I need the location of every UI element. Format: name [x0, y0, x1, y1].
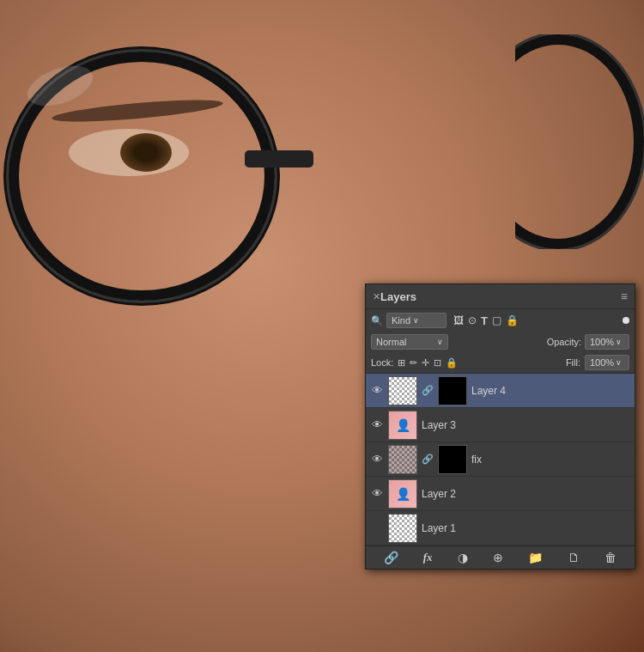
panel-title: Layers [380, 290, 416, 303]
panel-menu-icon[interactable]: ≡ [621, 289, 628, 303]
layer-row[interactable]: 👁 Layer 1 [366, 511, 635, 545]
delete-layer-button[interactable]: 🗑 [605, 551, 617, 564]
layer-chain-icon[interactable]: 🔗 [422, 385, 434, 396]
panel-close-icon[interactable]: ✕ [373, 291, 380, 302]
layers-list: 👁 🔗 Layer 4 👁 👤 Layer 3 👁 🔗 fix 👁 [366, 374, 635, 545]
blend-opacity-row: Normal ∨ Opacity: 100% ∨ [366, 332, 635, 352]
kind-dot [623, 317, 629, 324]
layer-thumbnail [388, 445, 417, 474]
layer-row[interactable]: 👁 👤 Layer 2 [366, 477, 635, 511]
layer-thumbnail [388, 514, 417, 543]
lock-move-icon[interactable]: ✛ [422, 357, 429, 369]
lock-row: Lock: ⊞ ✏ ✛ ⊡ 🔒 Fill: 100% ∨ [366, 352, 635, 374]
smartobj-filter-icon[interactable]: 🔒 [506, 314, 519, 326]
shape-filter-icon[interactable]: ▢ [492, 314, 501, 326]
layer-name: Layer 4 [471, 385, 630, 397]
opacity-input[interactable]: 100% ∨ [585, 334, 629, 350]
adjustment-filter-icon[interactable]: ⊙ [468, 314, 477, 326]
new-layer-button[interactable]: 🗋 [568, 551, 580, 564]
layer-name: Layer 2 [422, 488, 630, 500]
kind-row: 🔍 Kind ∨ 🖼 ⊙ T ▢ 🔒 [366, 309, 635, 332]
new-group-button[interactable]: 📁 [528, 551, 543, 564]
layer-visibility-icon[interactable]: 👁 [370, 453, 384, 466]
layer-name: Layer 3 [422, 419, 630, 431]
layer-thumbnail: 👤 [388, 411, 417, 440]
layer-row[interactable]: 👁 🔗 Layer 4 [366, 374, 635, 408]
fill-label: Fill: [566, 357, 580, 368]
kind-icons-group: 🖼 ⊙ T ▢ 🔒 [453, 314, 519, 327]
layer-mask-thumbnail [438, 445, 467, 474]
lock-artboard-icon[interactable]: ⊡ [434, 357, 441, 369]
lock-padlock-icon[interactable]: 🔒 [446, 357, 458, 369]
layer-thumbnail [388, 376, 417, 405]
layer-visibility-icon[interactable]: 👁 [370, 521, 384, 534]
layer-thumbnail: 👤 [388, 479, 417, 509]
search-icon: 🔍 [371, 315, 383, 326]
link-layers-button[interactable]: 🔗 [384, 551, 398, 564]
image-filter-icon[interactable]: 🖼 [453, 314, 464, 326]
layer-chain-icon[interactable]: 🔗 [422, 454, 434, 465]
lock-brush-icon[interactable]: ✏ [410, 357, 417, 369]
kind-dropdown[interactable]: Kind ∨ [386, 313, 447, 328]
layer-name: Layer 1 [422, 522, 630, 534]
layer-visibility-icon[interactable]: 👁 [370, 418, 384, 431]
layer-row[interactable]: 👁 🔗 fix [366, 442, 635, 477]
type-filter-icon[interactable]: T [481, 314, 488, 327]
layer-name: fix [471, 454, 630, 466]
blend-mode-dropdown[interactable]: Normal ∨ [371, 334, 448, 350]
fx-button[interactable]: fx [423, 551, 433, 564]
opacity-label: Opacity: [547, 337, 581, 347]
fill-input[interactable]: 100% ∨ [585, 355, 629, 370]
panel-header: ✕ Layers ≡ [366, 284, 635, 309]
lock-label: Lock: [371, 357, 393, 368]
lock-grid-icon[interactable]: ⊞ [398, 357, 405, 369]
layer-visibility-icon[interactable]: 👁 [370, 487, 384, 500]
add-adjustment-button[interactable]: ⊕ [493, 551, 503, 564]
layer-row[interactable]: 👁 👤 Layer 3 [366, 408, 635, 442]
layer-mask-thumbnail [438, 376, 467, 405]
panel-toolbar: 🔗 fx ◑ ⊕ 📁 🗋 🗑 [366, 545, 635, 569]
layer-visibility-icon[interactable]: 👁 [370, 384, 384, 397]
add-mask-button[interactable]: ◑ [458, 551, 468, 564]
layers-panel: ✕ Layers ≡ 🔍 Kind ∨ 🖼 ⊙ T ▢ 🔒 Normal ∨ O… [365, 283, 635, 570]
